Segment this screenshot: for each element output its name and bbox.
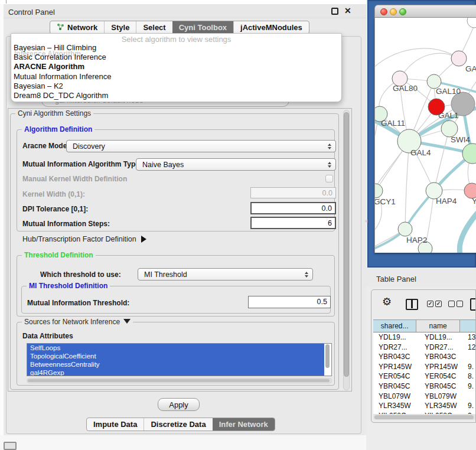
table-row[interactable]: YLR345WYLR345W9.	[373, 401, 476, 411]
label-swi4: SWI4	[451, 135, 470, 144]
data-attributes-label: Data Attributes	[22, 332, 73, 340]
combo-spinner-icon	[328, 144, 331, 149]
tab-impute-data[interactable]: Impute Data	[87, 418, 144, 431]
menu-item-mutual-information[interactable]: Mutual Information Inference	[14, 72, 111, 81]
cell: YBL079W	[373, 392, 419, 402]
list-vertical-scrollbar[interactable]	[325, 344, 330, 368]
table-row[interactable]: YBR045CYBR045C9.	[373, 381, 476, 392]
aracne-mode-combobox[interactable]: Discovery	[66, 140, 336, 152]
column-header-name[interactable]: name	[416, 320, 459, 332]
tab-impute-label: Impute Data	[93, 420, 137, 429]
menu-item-basic-correlation[interactable]: Basic Correlation Inference	[14, 53, 106, 61]
float-panel-icon[interactable]	[331, 8, 338, 15]
node-swi4[interactable]	[441, 120, 458, 137]
control-panel-tabbar: Network Style Select Cyni Toolbox jActiv…	[50, 21, 309, 34]
expand-right-icon	[141, 236, 146, 243]
sources-title-label: Sources for Network Inference	[24, 318, 120, 326]
gear-icon[interactable]: ⚙	[382, 296, 392, 307]
list-item[interactable]: BetweennessCentrality	[27, 360, 324, 369]
node-gcy1[interactable]	[375, 184, 383, 198]
tab-cyni-toolbox[interactable]: Cyni Toolbox	[172, 21, 233, 34]
combo-spinner-icon	[328, 162, 331, 168]
list-item[interactable]: gal4RGexp	[27, 369, 324, 376]
label-y-partial: Y	[472, 197, 476, 206]
apply-button-label: Apply	[169, 400, 188, 409]
unchecked-box-icon[interactable]	[448, 301, 455, 307]
tab-style[interactable]: Style	[104, 21, 136, 34]
mi-algorithm-type-combobox[interactable]: Naive Bayes	[136, 158, 336, 171]
menu-item-bayesian-hill[interactable]: Bayesian – Hill Climbing	[14, 43, 96, 52]
split-panel-icon[interactable]	[406, 299, 418, 310]
node-gal-partial[interactable]	[451, 51, 467, 66]
scrollbar-thumb[interactable]	[28, 379, 330, 382]
mac-zoom-button[interactable]	[399, 8, 406, 15]
splitter-tick[interactable]	[6, 0, 6, 4]
column-header-shared-name[interactable]: shared...	[373, 320, 416, 332]
mac-close-button[interactable]	[380, 8, 387, 15]
network-window-titlebar[interactable]	[374, 5, 476, 18]
node-partial-top[interactable]	[467, 18, 476, 28]
which-threshold-combobox[interactable]: MI Threshold	[138, 268, 313, 281]
cell: YDR27...	[419, 343, 465, 353]
mi-steps-label: Mutual Information Steps:	[22, 220, 110, 228]
table-row[interactable]: YBR043CYBR043C	[373, 352, 476, 362]
table-row[interactable]: YER054CYER054C8.	[373, 371, 476, 381]
mi-threshold-field[interactable]: 0.5	[248, 296, 331, 308]
scrollbar-thumb[interactable]	[374, 415, 474, 419]
tab-discretize-label: Discretize Data	[151, 420, 206, 429]
table-row[interactable]: YPR145WYPR145W9.	[373, 362, 476, 372]
tab-select[interactable]: Select	[136, 21, 172, 34]
cell: YLR345W	[373, 401, 419, 411]
unchecked-box-icon[interactable]	[457, 301, 463, 307]
cell: 9.	[465, 362, 476, 372]
tab-infer-network[interactable]: Infer Network	[213, 418, 275, 431]
tab-jactive-label: jActiveMNodules	[240, 23, 302, 32]
manual-kernel-width-checkbox[interactable]	[325, 175, 333, 182]
sources-group-title[interactable]: Sources for Network Inference	[22, 318, 133, 326]
tab-discretize-data[interactable]: Discretize Data	[144, 418, 212, 431]
dpi-tolerance-field[interactable]: 0.0	[250, 202, 336, 214]
node-table: shared... name YDL19...YDL19...13 YDR27.…	[373, 319, 476, 414]
cell: YPR145W	[419, 362, 465, 372]
close-icon[interactable]: ✕	[344, 6, 351, 15]
column-header-partial[interactable]	[460, 320, 476, 332]
mi-steps-field[interactable]: 6	[250, 217, 336, 229]
settings-scrollbar-thumb[interactable]	[344, 112, 349, 377]
cell: YBR045C	[373, 381, 419, 392]
table-row[interactable]: YDR27...YDR27...12	[373, 343, 476, 353]
node-hap2[interactable]	[398, 222, 412, 236]
list-item[interactable]: TopologicalCoefficient	[27, 352, 324, 360]
tab-network[interactable]: Network	[50, 21, 104, 34]
table-row[interactable]: YBL079WYBL079W	[373, 392, 476, 402]
menu-item-aracne[interactable]: ARACNE Algorithm	[14, 62, 84, 71]
cell: YDR27...	[373, 343, 419, 353]
tab-cyni-label: Cyni Toolbox	[179, 23, 227, 32]
menu-item-bayesian-k2[interactable]: Bayesian – K2	[14, 81, 63, 90]
mi-algorithm-type-value: Naive Bayes	[142, 161, 184, 169]
checked-box-icon[interactable]: ✓	[435, 301, 442, 307]
kernel-width-field[interactable]: 0.0	[250, 187, 336, 198]
cyni-mode-tabbar: Impute Data Discretize Data Infer Networ…	[86, 418, 275, 431]
dock-panel-icon[interactable]	[470, 298, 476, 311]
list-item[interactable]: SelfLoops	[27, 344, 324, 352]
docked-panel-icon[interactable]	[4, 442, 17, 450]
dpi-tolerance-label: DPI Tolerance [0,1]:	[22, 205, 88, 213]
label-hap4: HAP4	[436, 197, 457, 206]
mi-threshold-label: Mutual Information Threshold:	[27, 299, 129, 307]
checked-box-icon[interactable]: ✓	[427, 301, 433, 307]
label-hap2: HAP2	[406, 236, 427, 244]
network-window: GAL GAL80 GAL10 GAL1 GAL11 SWI4 GAL4 GCY…	[374, 5, 476, 254]
panel-splitter-handle[interactable]: ◄	[363, 218, 369, 224]
network-icon	[57, 23, 64, 32]
data-attributes-list: SelfLoops TopologicalCoefficient Between…	[27, 343, 332, 376]
apply-button[interactable]: Apply	[158, 398, 200, 411]
tab-jactivemnodules[interactable]: jActiveMNodules	[233, 21, 309, 34]
network-canvas[interactable]: GAL GAL80 GAL10 GAL1 GAL11 SWI4 GAL4 GCY…	[374, 18, 476, 253]
list-horizontal-scrollbar[interactable]	[27, 378, 332, 383]
table-horizontal-scrollbar[interactable]	[373, 414, 476, 420]
mac-minimize-button[interactable]	[390, 8, 397, 15]
table-row[interactable]: YDL19...YDL19...13	[373, 332, 476, 343]
menu-item-dream8[interactable]: Dream8 DC_TDC Algorithm	[14, 91, 108, 100]
label-gal1: GAL1	[438, 111, 459, 120]
hub-definition-toggle[interactable]: Hub/Transcription Factor Definition	[22, 235, 146, 243]
